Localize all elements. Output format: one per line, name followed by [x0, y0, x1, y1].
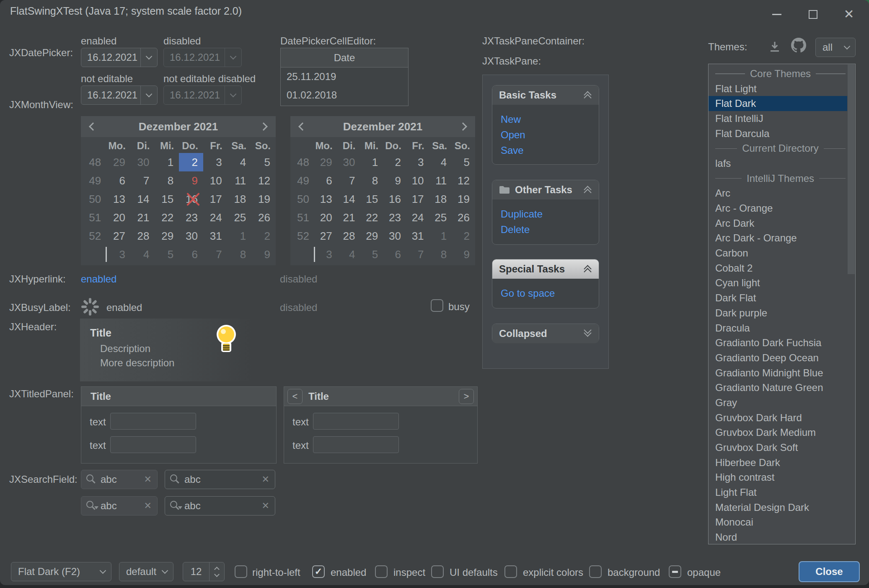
calendar-day-cell[interactable]: 24 [203, 208, 228, 227]
search-field-3[interactable]: abc ✕ [81, 496, 158, 515]
font-size-spinner[interactable]: 12 [183, 562, 225, 581]
inspect-checkbox[interactable] [375, 565, 388, 578]
calendar-day-cell[interactable]: 2 [383, 153, 406, 171]
background-checkbox[interactable] [589, 565, 602, 578]
enabled-label[interactable]: enabled [331, 567, 366, 578]
theme-item[interactable]: Flat Darcula [709, 126, 847, 141]
calendar-day-cell[interactable]: 1 [429, 227, 453, 245]
inspect-label[interactable]: inspect [393, 567, 425, 578]
calendar-day-cell[interactable]: 19 [251, 190, 276, 208]
close-button[interactable]: Close [799, 561, 860, 582]
calendar-day-cell[interactable]: 4 [338, 245, 361, 264]
calendar-day-cell[interactable]: 23 [383, 208, 406, 227]
calendar-day-cell[interactable]: 15 [155, 190, 179, 208]
theme-item[interactable]: Gradianto Nature Green [709, 380, 847, 395]
clear-icon[interactable]: ✕ [144, 500, 152, 511]
theme-item[interactable]: Flat Light [709, 81, 847, 96]
calendar-day-cell[interactable]: 29 [106, 153, 131, 171]
text-input[interactable] [110, 436, 196, 453]
calendar-day-cell[interactable]: 3 [106, 245, 131, 264]
spinner-value[interactable]: 12 [183, 562, 209, 581]
calendar-day-cell[interactable]: 22 [155, 208, 179, 227]
text-input[interactable] [313, 436, 399, 453]
calendar-day-cell[interactable]: 2 [452, 227, 475, 245]
search-field-2[interactable]: abc ✕ [165, 470, 275, 489]
calendar-day-cell[interactable]: 4 [131, 245, 155, 264]
search-with-menu-icon[interactable] [86, 501, 96, 511]
calendar-day-cell[interactable]: 14 [131, 190, 155, 208]
calendar-day-cell[interactable]: 28 [131, 227, 155, 245]
search-value[interactable]: abc [101, 500, 144, 512]
scrollbar-thumb[interactable] [848, 65, 855, 274]
theme-item[interactable]: Gruvbox Dark Hard [709, 410, 847, 425]
search-field-4[interactable]: abc ✕ [165, 496, 275, 515]
calendar-day-cell[interactable]: 6 [315, 171, 338, 190]
theme-item[interactable]: Flat IntelliJ [709, 111, 847, 126]
clear-icon[interactable]: ✕ [144, 474, 152, 485]
next-month-icon[interactable] [459, 122, 467, 131]
calendar-day-cell[interactable]: 8 [429, 245, 453, 264]
calendar-day-cell[interactable]: 7 [203, 245, 228, 264]
calendar-day-cell[interactable]: 20 [106, 208, 131, 227]
theme-item[interactable]: Gruvbox Dark Soft [709, 440, 847, 455]
datepicker-not-editable[interactable]: 16.12.2021 [81, 85, 158, 105]
taskpane-header[interactable]: Special Tasks [492, 259, 599, 279]
panel-next-button[interactable]: > [459, 389, 474, 404]
taskpane-header[interactable]: Collapsed [492, 324, 599, 343]
calendar-day-cell[interactable]: 24 [406, 208, 429, 227]
calendar-day-cell[interactable]: 30 [179, 227, 203, 245]
theme-item[interactable]: Cyan light [709, 276, 847, 291]
calendar-day-cell[interactable]: 22 [360, 208, 383, 227]
calendar-day-cell[interactable]: 27 [315, 227, 338, 245]
calendar-day-cell[interactable]: 11 [429, 171, 453, 190]
calendar-day-cell[interactable]: 26 [251, 208, 276, 227]
calendar-day-cell[interactable]: 9 [383, 171, 406, 190]
clear-icon[interactable]: ✕ [262, 474, 269, 485]
theme-item[interactable]: Cobalt 2 [709, 261, 847, 276]
theme-item[interactable]: Arc - Orange [709, 201, 847, 216]
calendar-day-cell[interactable]: 15 [360, 190, 383, 208]
calendar-day-cell[interactable]: 12 [452, 171, 475, 190]
calendar-day-cell[interactable]: 4 [228, 153, 252, 171]
calendar-day-cell[interactable]: 2 [179, 153, 203, 171]
right-to-left-label[interactable]: right-to-left [252, 567, 300, 578]
font-combobox[interactable]: default [119, 562, 173, 581]
taskpane-header[interactable]: Basic Tasks [492, 85, 599, 105]
calendar-day-cell[interactable]: 29 [360, 227, 383, 245]
theme-item[interactable]: Nord [709, 530, 847, 544]
date-value[interactable]: 16.12.2021 [81, 52, 140, 63]
expand-icon[interactable] [584, 329, 592, 338]
calendar-day-cell[interactable]: 7 [406, 245, 429, 264]
calendar-day-cell[interactable]: 31 [406, 227, 429, 245]
calendar-day-cell[interactable]: 19 [452, 190, 475, 208]
theme-item[interactable]: Hiberbee Dark [709, 455, 847, 470]
calendar-day-cell[interactable]: 4 [429, 153, 453, 171]
theme-item[interactable]: Arc [709, 186, 847, 201]
next-month-icon[interactable] [259, 122, 268, 131]
theme-item[interactable]: Gradianto Deep Ocean [709, 350, 847, 365]
calendar-day-cell[interactable]: 7 [131, 171, 155, 190]
minimize-button[interactable] [768, 6, 786, 23]
calendar-day-cell[interactable]: 3 [406, 153, 429, 171]
calendar-day-cell[interactable]: 9 [251, 245, 276, 264]
scrollbar[interactable] [848, 65, 855, 544]
task-link[interactable]: New [501, 111, 599, 127]
datepicker-dropdown-button[interactable] [140, 48, 157, 67]
ui-defaults-label[interactable]: UI defaults [450, 567, 498, 578]
theme-item[interactable]: Carbon [709, 246, 847, 261]
busy-checkbox[interactable] [431, 299, 443, 312]
calendar-day-cell[interactable]: 17 [406, 190, 429, 208]
opaque-label[interactable]: opaque [687, 567, 721, 578]
text-input[interactable] [110, 413, 196, 430]
opaque-checkbox[interactable] [669, 565, 681, 578]
calendar-day-cell[interactable]: 29 [315, 153, 338, 171]
calendar-day-cell[interactable]: 9 [452, 245, 475, 264]
calendar-day-cell[interactable]: 21 [338, 208, 361, 227]
calendar-day-cell[interactable]: 30 [383, 227, 406, 245]
clear-icon[interactable]: ✕ [262, 500, 269, 511]
task-link[interactable]: Save [501, 142, 599, 158]
search-value[interactable]: abc [101, 474, 144, 485]
collapse-icon[interactable] [584, 265, 592, 273]
maximize-button[interactable] [804, 6, 822, 23]
calendar-day-cell[interactable]: 27 [106, 227, 131, 245]
